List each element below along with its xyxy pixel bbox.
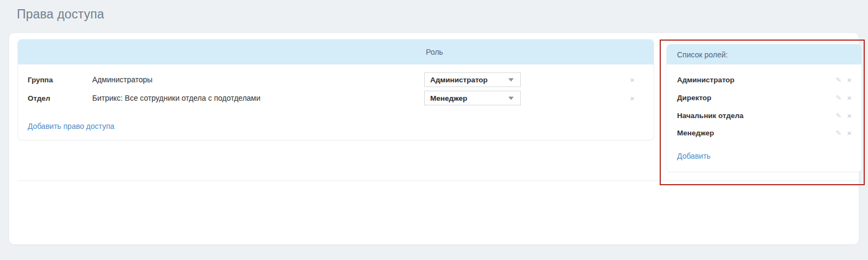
role-column-header: Роль [426, 40, 443, 64]
entity-name: Битрикс: Все сотрудники отдела с подотде… [92, 94, 260, 102]
edit-pencil-icon[interactable]: ✎ [835, 112, 841, 119]
add-access-right-link[interactable]: Добавить право доступа [28, 122, 114, 131]
chevron-down-icon [508, 78, 514, 81]
table-row: Группа Администраторы Администратор × [18, 72, 654, 87]
close-icon[interactable]: × [630, 94, 635, 102]
roles-panel-header: Список ролей: [667, 44, 861, 64]
role-name: Администратор [677, 76, 835, 84]
content-card: Роль Группа Администраторы Администратор… [9, 32, 859, 245]
role-select[interactable]: Менеджер [424, 91, 521, 106]
table-row: Отдел Битрикс: Все сотрудники отдела с п… [18, 90, 654, 106]
list-item: Директор ✎ × [677, 92, 852, 103]
role-select-value: Менеджер [430, 94, 508, 102]
close-icon[interactable]: × [847, 94, 852, 102]
page-title: Права доступа [17, 7, 104, 22]
roles-panel-title: Список ролей: [677, 50, 727, 59]
role-name: Менеджер [677, 129, 835, 137]
close-icon[interactable]: × [847, 129, 852, 137]
close-icon[interactable]: × [630, 76, 635, 84]
role-select[interactable]: Администратор [424, 73, 521, 87]
roles-panel: Список ролей: Администратор ✎ × Директор… [666, 44, 862, 172]
divider [17, 180, 862, 181]
edit-pencil-icon[interactable]: ✎ [835, 94, 841, 101]
role-name: Директор [677, 94, 835, 102]
role-name: Начальник отдела [677, 112, 835, 120]
chevron-down-icon [508, 96, 514, 100]
table-header: Роль [18, 40, 654, 64]
entity-type-label: Группа [28, 76, 92, 84]
add-role-link[interactable]: Добавить [677, 152, 711, 160]
edit-pencil-icon[interactable]: ✎ [835, 76, 841, 83]
list-item: Начальник отдела ✎ × [677, 110, 852, 121]
list-item: Администратор ✎ × [677, 74, 852, 85]
edit-pencil-icon[interactable]: ✎ [835, 129, 841, 136]
entity-type-label: Отдел [28, 94, 92, 102]
close-icon[interactable]: × [847, 76, 852, 84]
entity-name: Администраторы [92, 75, 152, 84]
role-select-value: Администратор [430, 76, 508, 84]
list-item: Менеджер ✎ × [677, 127, 852, 138]
access-rights-table: Роль Группа Администраторы Администратор… [17, 39, 654, 140]
close-icon[interactable]: × [847, 112, 852, 120]
